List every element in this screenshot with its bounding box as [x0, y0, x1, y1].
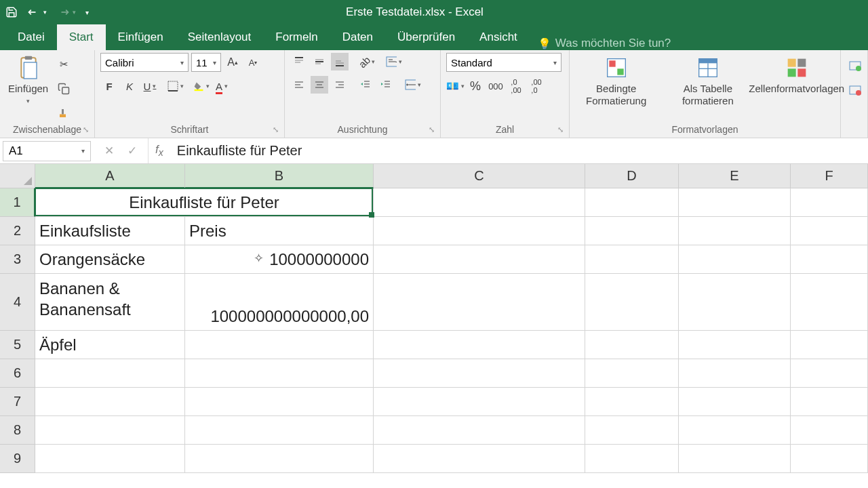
cell-styles-button[interactable]: Zellenformatvorlagen [758, 53, 835, 98]
confirm-edit-button[interactable]: ✓ [123, 144, 141, 158]
cell-b2[interactable]: Preis [185, 217, 374, 245]
align-center-button[interactable] [311, 76, 328, 94]
cell-d6[interactable] [585, 359, 679, 388]
cell-a5[interactable]: Äpfel [35, 331, 185, 359]
cell-e6[interactable] [679, 359, 791, 388]
font-launcher[interactable]: ⤡ [273, 125, 279, 134]
cell-d5[interactable] [585, 331, 679, 359]
cell-b8[interactable] [185, 416, 374, 445]
cell-c2[interactable] [374, 217, 585, 245]
italic-button[interactable]: K [121, 77, 138, 95]
cell-d4[interactable] [585, 274, 679, 331]
cell-a3[interactable]: Orangensäcke [35, 245, 185, 274]
cell-e3[interactable] [679, 245, 791, 274]
merge-button[interactable] [404, 76, 422, 94]
tab-ansicht[interactable]: Ansicht [467, 24, 530, 50]
qat-customize[interactable]: ▾ [85, 9, 89, 16]
col-header-b[interactable]: B [185, 164, 374, 188]
cell-a9[interactable] [35, 445, 185, 473]
cancel-edit-button[interactable]: ✕ [100, 144, 118, 158]
fx-button[interactable]: fx [149, 143, 170, 158]
col-header-a[interactable]: A [35, 164, 185, 188]
cell-f6[interactable] [791, 359, 868, 388]
cell-d7[interactable] [585, 388, 679, 416]
increase-font-button[interactable]: A▴ [224, 54, 241, 71]
underline-button[interactable]: U [141, 77, 159, 95]
cell-a8[interactable] [35, 416, 185, 445]
align-top-button[interactable] [290, 53, 308, 70]
increase-indent-button[interactable] [377, 76, 395, 94]
cell-c4[interactable] [374, 274, 585, 331]
row-header-6[interactable]: 6 [0, 359, 35, 388]
cell-e7[interactable] [679, 388, 791, 416]
tab-einfuegen[interactable]: Einfügen [106, 24, 176, 50]
align-middle-button[interactable] [311, 53, 328, 70]
save-button[interactable] [5, 6, 18, 18]
format-as-table-button[interactable]: Als Tabelle formatieren [667, 53, 749, 110]
font-color-button[interactable]: A [213, 77, 231, 95]
number-format-select[interactable]: Standard▾ [446, 53, 561, 72]
cell-d1[interactable] [585, 188, 679, 217]
cell-d2[interactable] [585, 217, 679, 245]
cell-c5[interactable] [374, 331, 585, 359]
decrease-font-button[interactable]: A▾ [244, 54, 262, 71]
orientation-button[interactable]: ab [358, 53, 376, 70]
wrap-text-button[interactable] [385, 53, 403, 70]
cell-f9[interactable] [791, 445, 868, 473]
row-header-5[interactable]: 5 [0, 331, 35, 359]
cell-e1[interactable] [679, 188, 791, 217]
percent-button[interactable]: % [467, 77, 484, 95]
cut-button[interactable]: ✂ [55, 56, 73, 73]
formula-input[interactable]: Einkaufliste für Peter [170, 143, 868, 159]
col-header-d[interactable]: D [585, 164, 679, 188]
cell-f4[interactable] [791, 274, 868, 331]
cell-f2[interactable] [791, 217, 868, 245]
redo-button[interactable]: ▾ [56, 7, 76, 18]
cell-b9[interactable] [185, 445, 374, 473]
cell-c9[interactable] [374, 445, 585, 473]
cell-b3[interactable]: 10000000000 [185, 245, 374, 274]
tab-daten[interactable]: Daten [330, 24, 385, 50]
tab-ueberpruefen[interactable]: Überprüfen [385, 24, 467, 50]
tab-seitenlayout[interactable]: Seitenlayout [176, 24, 264, 50]
row-header-9[interactable]: 9 [0, 445, 35, 473]
cell-b7[interactable] [185, 388, 374, 416]
decrease-indent-button[interactable] [357, 76, 374, 94]
tab-formeln[interactable]: Formeln [263, 24, 330, 50]
font-name-select[interactable]: Calibri▾ [100, 53, 189, 72]
cell-e8[interactable] [679, 416, 791, 445]
cell-b6[interactable] [185, 359, 374, 388]
undo-button[interactable]: ▾ [27, 7, 47, 18]
fill-color-button[interactable] [193, 77, 210, 95]
cell-f3[interactable] [791, 245, 868, 274]
decrease-decimal-button[interactable]: ,00,0 [528, 77, 545, 95]
col-header-f[interactable]: F [791, 164, 868, 188]
cell-a7[interactable] [35, 388, 185, 416]
cell-f7[interactable] [791, 388, 868, 416]
cell-a4[interactable]: Bananen & Bananensaft [35, 274, 185, 331]
align-bottom-button[interactable] [331, 53, 349, 70]
cell-f1[interactable] [791, 188, 868, 217]
name-box[interactable]: A1▾ [3, 141, 91, 161]
clipboard-launcher[interactable]: ⤡ [83, 125, 89, 134]
row-header-7[interactable]: 7 [0, 388, 35, 416]
cell-c1[interactable] [374, 188, 585, 217]
border-button[interactable] [167, 77, 184, 95]
cell-e2[interactable] [679, 217, 791, 245]
cell-c3[interactable] [374, 245, 585, 274]
delete-cells-button[interactable] [846, 81, 864, 99]
tab-start[interactable]: Start [57, 24, 106, 50]
row-header-2[interactable]: 2 [0, 217, 35, 245]
format-painter-button[interactable] [55, 104, 73, 122]
row-header-8[interactable]: 8 [0, 416, 35, 445]
cell-c8[interactable] [374, 416, 585, 445]
cell-f5[interactable] [791, 331, 868, 359]
accounting-format-button[interactable]: 💶 [446, 77, 464, 95]
align-launcher[interactable]: ⤡ [429, 125, 435, 134]
paste-button[interactable]: Einfügen ▾ [5, 53, 51, 108]
select-all-corner[interactable] [0, 164, 35, 188]
col-header-e[interactable]: E [679, 164, 791, 188]
conditional-formatting-button[interactable]: Bedingte Formatierung [575, 53, 657, 110]
tab-datei[interactable]: Datei [5, 24, 57, 50]
bold-button[interactable]: F [100, 77, 118, 95]
